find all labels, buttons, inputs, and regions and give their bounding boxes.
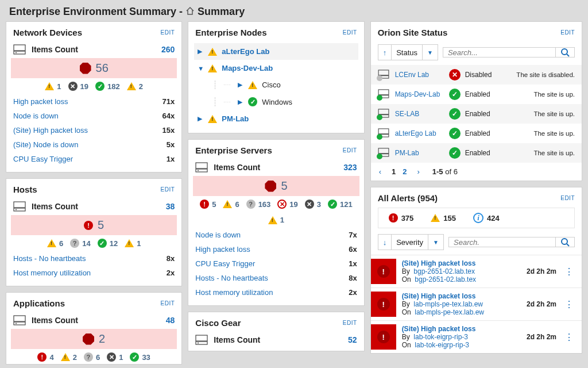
- alert-title-link[interactable]: (Site) High packet loss: [402, 292, 521, 300]
- status-count[interactable]: 1: [125, 239, 141, 248]
- svg-point-2: [16, 52, 17, 53]
- status-count[interactable]: ✓ 182: [95, 82, 120, 91]
- alert-link[interactable]: CPU Easy Trigger: [195, 259, 349, 268]
- status-count[interactable]: ✕ 3: [305, 200, 321, 209]
- site-link[interactable]: SE-LAB: [395, 110, 444, 118]
- alert-on-link[interactable]: lab-mpls-pe-tex.lab.ew: [415, 308, 484, 316]
- site-link[interactable]: aLterEgo Lab: [395, 129, 444, 137]
- critical-count: 56: [96, 62, 109, 75]
- search-button[interactable]: [555, 237, 575, 247]
- warning-icon: [45, 82, 54, 90]
- edit-link[interactable]: EDIT: [343, 320, 357, 326]
- alert-title-link[interactable]: (Site) High packet loss: [402, 325, 521, 333]
- alert-link[interactable]: (Site) Node is down: [13, 140, 167, 149]
- alert-link[interactable]: Host memory utilization: [13, 269, 167, 277]
- alert-link[interactable]: Host memory utilization: [195, 288, 349, 297]
- status-icon: ✓: [449, 89, 461, 100]
- status-count[interactable]: ! 4: [37, 352, 53, 362]
- edit-link[interactable]: EDIT: [343, 147, 357, 154]
- status-count[interactable]: ? 6: [84, 352, 100, 362]
- edit-link[interactable]: EDIT: [343, 29, 357, 36]
- expand-icon[interactable]: ▶: [238, 81, 243, 89]
- status-count[interactable]: ? 14: [70, 239, 90, 248]
- alert-on-link[interactable]: lab-tok-eigrp-rip-3: [415, 341, 469, 349]
- expand-icon[interactable]: ▶: [198, 48, 203, 55]
- expand-icon[interactable]: ▼: [198, 65, 203, 72]
- status-count[interactable]: 2: [61, 352, 77, 362]
- svg-point-8: [16, 323, 17, 324]
- alert-on-link[interactable]: bgp-2651-02.lab.tex: [415, 275, 476, 283]
- edit-link[interactable]: EDIT: [161, 29, 175, 36]
- status-count[interactable]: ✓ 12: [98, 239, 118, 248]
- search-button[interactable]: [555, 47, 575, 57]
- dotted-line-icon: ····: [223, 82, 231, 87]
- sort-selector[interactable]: ↓ Severity ▼: [378, 234, 444, 250]
- alert-link[interactable]: Hosts - No heartbeats: [13, 254, 167, 263]
- status-count[interactable]: 1: [268, 216, 284, 224]
- site-link[interactable]: PM-Lab: [395, 149, 444, 157]
- info-count: 424: [487, 214, 500, 223]
- expand-icon[interactable]: ▶: [198, 115, 203, 122]
- alert-list: !(Site) High packet lossBy bgp-2651-02.l…: [371, 255, 582, 353]
- svg-rect-0: [14, 45, 25, 51]
- tree-node[interactable]: ▶PM-Lab: [194, 110, 358, 127]
- search-input[interactable]: [443, 47, 555, 57]
- pager-page[interactable]: 1: [392, 167, 396, 176]
- tree-child[interactable]: ····▶✓Windows: [194, 93, 358, 110]
- site-link[interactable]: LCEnv Lab: [395, 71, 444, 79]
- list-item: (Site) High packet loss15x: [13, 123, 175, 137]
- site-status: Enabled: [465, 110, 497, 118]
- edit-link[interactable]: EDIT: [560, 195, 575, 201]
- status-count[interactable]: 1: [45, 82, 61, 91]
- items-count-value[interactable]: 323: [343, 163, 357, 172]
- sort-desc-icon: ↓: [383, 238, 387, 247]
- items-count-value[interactable]: 38: [166, 202, 175, 211]
- panel-all-alerts: All Alerts (954) EDIT ! 375 155 i 424 ↓ …: [370, 187, 582, 354]
- site-link[interactable]: Maps-Dev-Lab: [395, 90, 444, 98]
- alert-link[interactable]: CPU Easy Trigger: [13, 155, 167, 163]
- tree-node[interactable]: ▶aLterEgo Lab: [194, 43, 358, 60]
- kebab-menu-icon[interactable]: ⋮: [562, 332, 576, 343]
- alert-link[interactable]: (Site) High packet loss: [13, 126, 163, 135]
- pager-prev-icon[interactable]: ‹: [379, 167, 381, 176]
- status-count[interactable]: ! 5: [200, 200, 216, 209]
- alert-age: 2d 2h 2m: [527, 300, 556, 308]
- alert-link[interactable]: High packet loss: [13, 97, 163, 106]
- unknown-icon: ?: [246, 200, 256, 209]
- status-count[interactable]: 6: [223, 200, 239, 209]
- items-count-value[interactable]: 52: [348, 335, 357, 344]
- alert-by-link[interactable]: lab-mpls-pe-tex.lab.ew: [413, 300, 483, 308]
- kebab-menu-icon[interactable]: ⋮: [562, 299, 576, 310]
- status-count[interactable]: 2: [127, 82, 143, 91]
- status-count[interactable]: ✕ 19: [277, 200, 297, 209]
- alert-link[interactable]: Hosts - No heartbeats: [195, 274, 349, 282]
- pager-next-icon[interactable]: ›: [417, 167, 419, 176]
- tree-node[interactable]: ▼Maps-Dev-Lab: [194, 60, 358, 76]
- edit-link[interactable]: EDIT: [161, 300, 175, 306]
- page-title-view: Summary: [198, 6, 245, 17]
- kebab-menu-icon[interactable]: ⋮: [562, 266, 576, 277]
- status-count[interactable]: 6: [47, 239, 63, 248]
- status-count[interactable]: ? 163: [246, 200, 271, 209]
- edit-link[interactable]: EDIT: [161, 186, 175, 193]
- items-count-value[interactable]: 260: [161, 45, 175, 54]
- alert-by-link[interactable]: lab-tok-eigrp-rip-3: [413, 333, 468, 341]
- items-count-value[interactable]: 48: [166, 316, 175, 325]
- status-count[interactable]: ✕ 19: [68, 82, 88, 91]
- search-input[interactable]: [448, 237, 555, 247]
- alert-link[interactable]: Node is down: [13, 112, 163, 120]
- status-count[interactable]: ✓ 33: [130, 352, 150, 362]
- sort-selector[interactable]: ↑ Status ▼: [378, 44, 438, 60]
- status-summary: 1✕ 19✓ 182 2: [6, 78, 181, 93]
- status-count[interactable]: ✕ 1: [107, 352, 123, 362]
- expand-icon[interactable]: ▶: [238, 98, 243, 106]
- alert-title-link[interactable]: (Site) High packet loss: [402, 259, 521, 267]
- alert-link[interactable]: Node is down: [195, 231, 349, 239]
- edit-link[interactable]: EDIT: [560, 29, 575, 36]
- alert-by-link[interactable]: bgp-2651-02.lab.tex: [413, 267, 475, 275]
- tree-child[interactable]: ····▶Cisco: [194, 76, 358, 93]
- alert-link[interactable]: High packet loss: [195, 245, 349, 254]
- status-count[interactable]: ✓ 121: [328, 200, 353, 209]
- site-status: Disabled: [465, 71, 497, 79]
- pager-page[interactable]: 2: [403, 167, 407, 176]
